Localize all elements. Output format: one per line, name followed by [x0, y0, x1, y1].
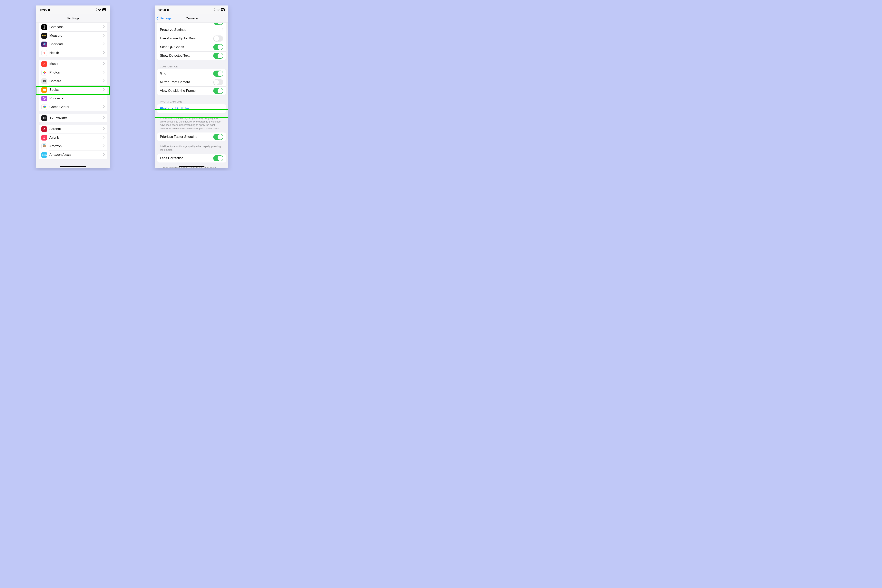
music-icon: ♫: [41, 61, 47, 67]
page-title: Settings: [66, 16, 80, 20]
section-header-photo-capture: Photo Capture: [155, 98, 228, 104]
settings-row-acrobat[interactable]: Acrobat: [39, 124, 107, 133]
chevron-right-icon: [103, 51, 105, 55]
chevron-right-icon: [103, 97, 105, 100]
nav-bar: Settings: [36, 14, 110, 23]
page-title: Camera: [185, 16, 198, 20]
footer-photographic-styles: Personalise the look of your photos by b…: [155, 115, 228, 130]
nav-bar: Settings Camera: [155, 14, 228, 23]
toggle-lens-correction[interactable]: [213, 155, 223, 161]
photos-icon: [41, 70, 47, 75]
footer-prioritise-faster: Intelligently adapt image quality when r…: [155, 144, 228, 152]
wifi-icon: [216, 9, 220, 11]
settings-row-compass[interactable]: Compass: [39, 23, 107, 32]
toggle-grid[interactable]: [213, 70, 223, 76]
toggle-scan-qr[interactable]: [213, 44, 223, 50]
svg-point-13: [43, 72, 44, 73]
status-time: 12:27: [40, 8, 47, 12]
toggle-view-outside-frame[interactable]: [213, 88, 223, 94]
camera-group-prioritise: Prioritise Faster Shooting: [157, 132, 226, 141]
gamecenter-icon: [41, 104, 47, 110]
settings-row-gamecenter[interactable]: Game Center: [39, 103, 107, 111]
row-photographic-styles[interactable]: Photographic Styles: [157, 104, 226, 113]
chevron-right-icon: [103, 80, 105, 83]
svg-point-18: [44, 98, 45, 99]
chevron-right-icon: [103, 71, 105, 74]
settings-row-health[interactable]: ♥ Health: [39, 49, 107, 57]
settings-row-podcasts[interactable]: Podcasts: [39, 94, 107, 103]
toggle-volume-burst[interactable]: [213, 36, 223, 42]
status-bar: 12:28 ▪▪▪▪ 91: [155, 6, 228, 14]
svg-point-23: [45, 107, 46, 108]
compass-icon: [41, 24, 47, 30]
svg-point-16: [44, 81, 45, 82]
settings-row-measure[interactable]: Measure: [39, 32, 107, 40]
row-prioritise-faster[interactable]: Prioritise Faster Shooting: [157, 132, 226, 141]
health-icon: ♥: [41, 50, 47, 56]
chevron-right-icon: [103, 25, 105, 29]
status-bar: 12:27 ▪▪▪▪ 91: [36, 6, 110, 14]
home-indicator[interactable]: [179, 166, 204, 167]
airbnb-icon: [41, 135, 47, 141]
toggle-peek[interactable]: [213, 23, 223, 25]
wifi-icon: [98, 9, 101, 11]
camera-icon: [41, 78, 47, 84]
camera-settings-screen: 12:28 ▪▪▪▪ 91 Settings Camera Preserve: [155, 6, 228, 168]
battery-icon: 91: [102, 8, 106, 11]
settings-row-camera[interactable]: Camera: [39, 77, 107, 86]
toggle-mirror-front[interactable]: [213, 79, 223, 85]
camera-settings-list[interactable]: Preserve Settings Use Volume Up for Burs…: [155, 23, 228, 168]
settings-row-books[interactable]: Books: [39, 86, 107, 94]
row-lens-correction[interactable]: Lens Correction: [157, 154, 226, 162]
camera-group-composition: Grid Mirror Front Camera View Outside th…: [157, 69, 226, 95]
acrobat-icon: [41, 126, 47, 132]
lock-icon: [166, 9, 168, 11]
settings-list[interactable]: Compass Measure Shortcuts ♥ Health: [36, 23, 110, 168]
settings-row-music[interactable]: ♫ Music: [39, 60, 107, 68]
back-label: Settings: [159, 16, 171, 20]
settings-row-amazon[interactable]: Amazon: [39, 142, 107, 150]
camera-group-main: Preserve Settings Use Volume Up for Burs…: [157, 23, 226, 60]
svg-rect-15: [44, 80, 45, 81]
cellular-icon: ▪▪▪▪: [96, 8, 97, 12]
row-grid[interactable]: Grid: [157, 69, 226, 78]
chevron-right-icon: [103, 144, 105, 148]
alexa-icon: alexa: [41, 152, 47, 158]
settings-screen: 12:27 ▪▪▪▪ 91 Settings Compass Meas: [36, 6, 110, 168]
settings-row-airbnb[interactable]: Airbnb: [39, 133, 107, 142]
settings-group-builtin-2: ♫ Music Photos Camera Books Podc: [39, 60, 107, 111]
row-preserve-settings[interactable]: Preserve Settings: [157, 26, 226, 34]
settings-row-tvprovider[interactable]: TV Provider: [39, 114, 107, 122]
camera-group-lens: Lens Correction: [157, 154, 226, 162]
chevron-right-icon: [103, 34, 105, 38]
scrollbar[interactable]: [109, 27, 110, 81]
toggle-prioritise-faster[interactable]: [213, 134, 223, 140]
back-button[interactable]: Settings: [156, 14, 171, 23]
tvprovider-icon: [41, 115, 47, 121]
row-detected-text[interactable]: Show Detected Text: [157, 51, 226, 60]
toggle-detected-text[interactable]: [213, 53, 223, 59]
chevron-right-icon: [103, 42, 105, 46]
amazon-icon: [41, 144, 47, 149]
battery-icon: 91: [221, 8, 225, 11]
svg-rect-0: [48, 9, 50, 11]
shortcuts-icon: [41, 42, 47, 47]
row-mirror-front[interactable]: Mirror Front Camera: [157, 78, 226, 86]
svg-rect-25: [166, 9, 168, 11]
row-volume-burst[interactable]: Use Volume Up for Burst: [157, 34, 226, 43]
settings-row-alexa[interactable]: alexa Amazon Alexa: [39, 150, 107, 159]
settings-row-shortcuts[interactable]: Shortcuts: [39, 40, 107, 49]
section-header-composition: Composition: [155, 62, 228, 69]
row-scan-qr[interactable]: Scan QR Codes: [157, 43, 226, 51]
chevron-right-icon: [103, 116, 105, 120]
status-time: 12:28: [158, 8, 166, 12]
chevron-right-icon: [103, 136, 105, 140]
home-indicator[interactable]: [60, 166, 86, 167]
svg-rect-19: [44, 99, 45, 100]
settings-group-builtin-1: Compass Measure Shortcuts ♥ Health: [39, 23, 107, 57]
chevron-right-icon: [103, 62, 105, 66]
settings-row-photos[interactable]: Photos: [39, 68, 107, 77]
camera-group-styles: Photographic Styles: [157, 104, 226, 113]
chevron-right-icon: [103, 105, 105, 109]
row-view-outside-frame[interactable]: View Outside the Frame: [157, 86, 226, 95]
